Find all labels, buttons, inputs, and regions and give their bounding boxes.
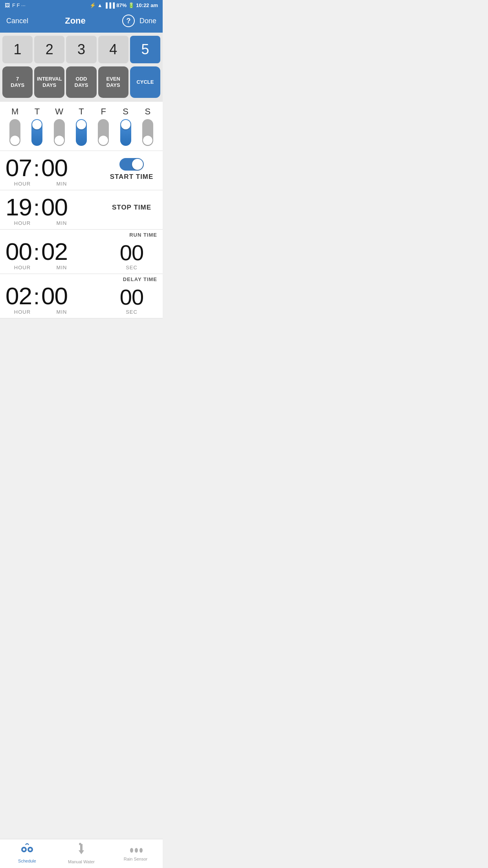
start-time-labels: HOUR MIN: [6, 181, 102, 187]
day-toggle-tue[interactable]: [31, 119, 42, 146]
photo-icon: 🖼: [5, 2, 10, 8]
stop-hour-value[interactable]: 19: [6, 195, 32, 219]
sched-7days-button[interactable]: 7DAYS: [2, 66, 33, 98]
status-left: 🖼 F F ···: [5, 2, 26, 8]
toggle-knob-fri: [99, 136, 108, 145]
toggle-wrap-thu: [72, 119, 90, 146]
stop-time-label: STOP TIME: [112, 204, 151, 211]
zone-tab-4[interactable]: 4: [98, 36, 128, 63]
page-title: Zone: [65, 16, 86, 26]
start-min-label: MIN: [45, 181, 79, 187]
status-bar: 🖼 F F ··· ⚡ ▲ ▐▐▐ 87% 🔋 10:22 am: [0, 0, 163, 11]
start-time-section: 07 : 00 HOUR MIN START TIME: [0, 151, 163, 190]
done-button[interactable]: Done: [139, 17, 156, 25]
day-label-wed: W: [50, 107, 68, 117]
run-min-value[interactable]: 02: [41, 239, 68, 264]
start-hour-value[interactable]: 07: [6, 156, 32, 180]
run-time-left: 00 : 02 HOUR MIN: [6, 239, 102, 270]
zone-tabs: 1 2 3 4 5: [0, 33, 163, 66]
run-sec-value[interactable]: 00: [120, 242, 143, 264]
delay-time-section: DELAY TIME 02 : 00 HOUR MIN 00 SEC: [0, 274, 163, 318]
start-time-display: 07 : 00: [6, 156, 102, 180]
day-toggles-row: [4, 119, 159, 146]
start-min-value[interactable]: 00: [41, 156, 68, 180]
signal-icon: ▐▐▐: [104, 2, 115, 8]
delay-time-section-label: DELAY TIME: [0, 274, 163, 282]
toggle-knob-sat: [121, 120, 130, 129]
toggle-wrap-tue: [28, 119, 46, 146]
run-hour-value[interactable]: 00: [6, 239, 32, 264]
stop-time-section: 19 : 00 HOUR MIN STOP TIME: [0, 190, 163, 230]
toggle-wrap-sat: [117, 119, 135, 146]
clock-time: 10:22 am: [136, 2, 158, 8]
day-label-thu: T: [72, 107, 90, 117]
stop-time-left: 19 : 00 HOUR MIN: [6, 195, 102, 226]
start-hour-label: HOUR: [6, 181, 39, 187]
toggle-wrap-wed: [50, 119, 68, 146]
toggle-wrap-sun: [139, 119, 157, 146]
toggle-knob-tue: [32, 120, 42, 129]
start-time-label: START TIME: [110, 173, 154, 181]
start-time-toggle[interactable]: [119, 158, 144, 171]
wifi-icon: ▲: [97, 2, 103, 8]
sched-cycle-button[interactable]: CYCLE: [130, 66, 160, 98]
sched-even-button[interactable]: EVENDAYS: [98, 66, 128, 98]
delay-time-right: 00 SEC: [106, 284, 157, 315]
run-time-section-label: RUN TIME: [0, 230, 163, 238]
toggle-knob-sun: [143, 136, 152, 145]
toggle-wrap-fri: [94, 119, 112, 146]
delay-colon: :: [32, 285, 41, 308]
stop-time-right: STOP TIME: [106, 195, 157, 211]
header: Cancel Zone ? Done: [0, 11, 163, 33]
bluetooth-icon: ⚡: [90, 2, 96, 8]
battery-indicator: 87%: [116, 2, 127, 8]
delay-time-labels: HOUR MIN: [6, 309, 102, 315]
main-content: 1 2 3 4 5 7DAYS INTERVALDAYS ODDDAYS EVE…: [0, 33, 163, 350]
run-hour-label: HOUR: [6, 265, 39, 270]
delay-time-row: 02 : 00 HOUR MIN 00 SEC: [0, 282, 163, 318]
day-label-sun: S: [139, 107, 157, 117]
status-icons: F F ···: [12, 2, 26, 8]
start-time-right: START TIME: [106, 156, 157, 181]
day-toggle-mon[interactable]: [9, 119, 20, 146]
toggle-knob-wed: [55, 136, 64, 145]
start-time-left: 07 : 00 HOUR MIN: [6, 156, 102, 187]
stop-min-label: MIN: [45, 220, 79, 226]
zone-tab-1[interactable]: 1: [2, 36, 33, 63]
day-toggle-wed[interactable]: [54, 119, 65, 146]
header-right-group: ? Done: [122, 15, 156, 27]
run-min-label: MIN: [45, 265, 79, 270]
delay-min-value[interactable]: 00: [41, 284, 68, 308]
delay-hour-value[interactable]: 02: [6, 284, 32, 308]
stop-min-value[interactable]: 00: [41, 195, 68, 219]
delay-sec-value[interactable]: 00: [120, 286, 143, 308]
day-toggle-thu[interactable]: [76, 119, 87, 146]
toggle-wrap-mon: [6, 119, 24, 146]
day-toggle-sat[interactable]: [120, 119, 131, 146]
delay-hour-label: HOUR: [6, 309, 39, 315]
sched-interval-button[interactable]: INTERVALDAYS: [34, 66, 64, 98]
day-label-tue: T: [28, 107, 46, 117]
day-toggle-fri[interactable]: [98, 119, 109, 146]
zone-tab-5[interactable]: 5: [130, 36, 160, 63]
toggle-knob-mon: [10, 136, 20, 145]
sched-odd-button[interactable]: ODDDAYS: [66, 66, 96, 98]
start-time-knob: [132, 159, 143, 170]
stop-time-display: 19 : 00: [6, 195, 102, 219]
start-colon: :: [32, 157, 41, 180]
schedule-type-buttons: 7DAYS INTERVALDAYS ODDDAYS EVENDAYS CYCL…: [0, 66, 163, 102]
help-button[interactable]: ?: [122, 15, 135, 27]
delay-time-left: 02 : 00 HOUR MIN: [6, 284, 102, 315]
delay-min-label: MIN: [45, 309, 79, 315]
toggle-knob-thu: [77, 120, 86, 129]
day-labels-row: M T W T F S S: [4, 107, 159, 117]
run-time-row: 00 : 02 HOUR MIN 00 SEC: [0, 238, 163, 274]
zone-tab-3[interactable]: 3: [66, 36, 96, 63]
days-section: M T W T F S S: [0, 102, 163, 151]
stop-time-labels: HOUR MIN: [6, 220, 102, 226]
day-toggle-sun[interactable]: [142, 119, 153, 146]
run-colon: :: [32, 241, 41, 263]
run-sec-label: SEC: [126, 265, 138, 270]
zone-tab-2[interactable]: 2: [34, 36, 64, 63]
cancel-button[interactable]: Cancel: [6, 17, 28, 25]
